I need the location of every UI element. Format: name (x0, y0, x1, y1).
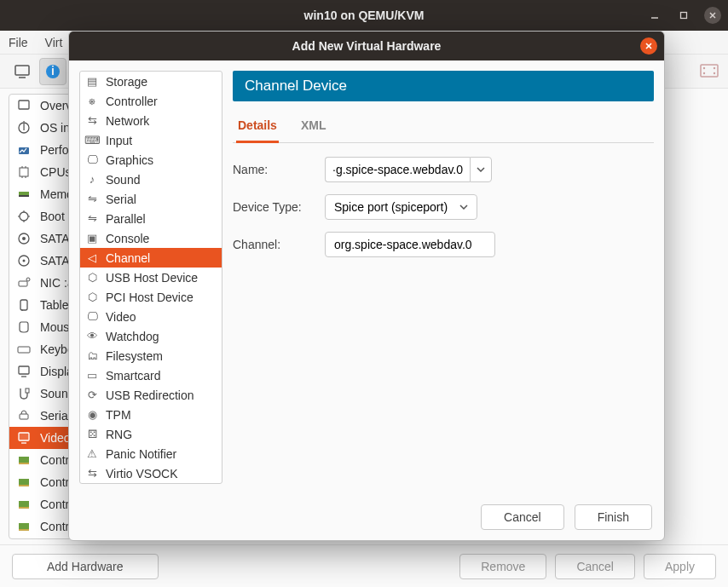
menu-virtual-machine[interactable]: Virt (45, 36, 63, 49)
hw-item-icon (16, 297, 32, 313)
cancel-main-button[interactable]: Cancel (555, 554, 635, 579)
hw-type-sound[interactable]: ♪Sound (80, 170, 222, 189)
hw-type-icon: ▣ (85, 232, 99, 245)
remove-button[interactable]: Remove (459, 554, 546, 579)
hw-item-icon (16, 275, 32, 291)
hw-item-icon (16, 430, 32, 446)
hw-type-virtio-vsock[interactable]: ⇆Virtio VSOCK (80, 463, 222, 483)
hw-type-panic-notifier[interactable]: ⚠Panic Notifier (80, 444, 222, 463)
hw-type-label: PCI Host Device (106, 291, 194, 304)
svg-rect-16 (19, 147, 29, 154)
hw-type-usb-host-device[interactable]: ⬡USB Host Device (80, 268, 222, 287)
hw-type-icon: 🖵 (85, 153, 99, 167)
hw-type-usb-redirection[interactable]: ⟳USB Redirection (80, 385, 222, 405)
maximize-button[interactable] (675, 7, 692, 24)
svg-point-28 (23, 260, 26, 262)
hw-type-watchdog[interactable]: 👁Watchdog (80, 326, 222, 346)
hw-type-rng[interactable]: ⚄RNG (80, 424, 222, 444)
hw-type-icon: ⚄ (85, 428, 99, 441)
hw-item-icon (16, 187, 32, 202)
channel-label: Channel: (233, 238, 318, 251)
hw-type-label: RNG (106, 428, 132, 441)
svg-rect-13 (19, 101, 29, 109)
dialog-cancel-button[interactable]: Cancel (481, 504, 564, 530)
hw-type-label: Video (106, 310, 136, 324)
chevron-down-icon (459, 204, 468, 210)
hw-type-label: Network (106, 114, 149, 128)
hw-type-icon: ⬡ (85, 291, 99, 304)
hw-type-input[interactable]: ⌨Input (80, 130, 222, 150)
svg-rect-35 (19, 366, 29, 374)
hw-type-tpm[interactable]: ◉TPM (80, 405, 222, 424)
add-hardware-button[interactable]: Add Hardware (12, 554, 159, 579)
svg-rect-1 (681, 13, 687, 19)
hw-type-network[interactable]: ⇆Network (80, 111, 222, 130)
hw-type-icon: 🖵 (85, 310, 99, 324)
hw-type-label: Watchdog (106, 330, 159, 343)
device-type-value: Spice port (spiceport) (334, 200, 448, 214)
hw-type-graphics[interactable]: 🖵Graphics (80, 150, 222, 170)
hw-type-icon: ⇋ (85, 212, 99, 226)
close-button[interactable] (704, 7, 721, 24)
hw-type-icon: ◉ (85, 408, 99, 422)
tab-xml[interactable]: XML (299, 113, 328, 143)
minimize-button[interactable] (646, 7, 663, 24)
dialog-finish-button[interactable]: Finish (575, 504, 652, 530)
panel-heading: Channel Device (233, 71, 654, 101)
device-type-select[interactable]: Spice port (spiceport) (325, 194, 477, 220)
svg-rect-4 (15, 66, 29, 75)
hw-type-label: Virtio VSOCK (106, 467, 178, 481)
hw-item-icon (16, 497, 32, 512)
hw-type-label: Controller (106, 95, 158, 108)
apply-button[interactable]: Apply (644, 554, 716, 579)
hw-item-icon (16, 364, 32, 379)
main-titlebar: win10 on QEMU/KVM (0, 0, 728, 31)
hw-type-label: Sound (106, 173, 140, 187)
hw-type-icon: ⎈ (85, 95, 99, 108)
tab-details[interactable]: Details (236, 113, 279, 143)
name-dropdown-button[interactable] (470, 157, 492, 182)
svg-text:i: i (51, 64, 55, 78)
hw-type-video[interactable]: 🖵Video (80, 307, 222, 326)
hw-type-label: Graphics (106, 153, 153, 167)
hw-item-icon (16, 386, 32, 401)
hw-type-storage[interactable]: ▤Storage (80, 72, 222, 91)
svg-rect-17 (20, 168, 28, 176)
menu-file[interactable]: File (9, 36, 28, 49)
hw-type-parallel[interactable]: ⇋Parallel (80, 209, 222, 228)
hw-type-filesystem[interactable]: 🗂Filesystem (80, 346, 222, 365)
hw-item-icon (16, 142, 32, 158)
svg-rect-39 (19, 433, 29, 440)
svg-rect-45 (19, 501, 29, 507)
hw-type-channel[interactable]: ◁Channel (80, 248, 222, 268)
hw-type-pci-host-device[interactable]: ⬡PCI Host Device (80, 287, 222, 307)
svg-point-10 (714, 66, 715, 68)
channel-value-field[interactable]: org.spice-space.webdav.0 (325, 232, 495, 257)
hw-type-smartcard[interactable]: ▭Smartcard (80, 365, 222, 385)
hw-item-icon (16, 164, 32, 180)
hw-type-label: Input (106, 134, 132, 147)
hw-item-icon (16, 231, 32, 246)
hw-type-icon: ▤ (85, 75, 99, 89)
hw-item-label: CPUs (40, 165, 72, 179)
dialog-title: Add New Virtual Hardware (292, 39, 442, 53)
svg-point-12 (714, 72, 715, 73)
hw-type-icon: 👁 (85, 330, 99, 343)
add-hardware-dialog: Add New Virtual Hardware ▤Storage⎈Contro… (68, 31, 665, 541)
hw-type-label: Console (106, 232, 149, 245)
svg-text:i: i (22, 120, 25, 133)
hw-type-icon: ⌨ (85, 134, 99, 147)
device-type-label: Device Type: (233, 200, 318, 214)
hw-type-serial[interactable]: ⇋Serial (80, 189, 222, 209)
hw-type-controller[interactable]: ⎈Controller (80, 91, 222, 111)
svg-rect-41 (19, 457, 29, 463)
hw-type-console[interactable]: ▣Console (80, 228, 222, 248)
details-view-button[interactable]: i (39, 58, 66, 85)
svg-rect-8 (701, 65, 718, 77)
svg-point-24 (20, 212, 28, 221)
console-view-button[interactable] (9, 58, 36, 85)
window-title: win10 on QEMU/KVM (304, 9, 425, 22)
dialog-close-button[interactable] (640, 37, 657, 55)
hw-type-label: Smartcard (106, 369, 161, 383)
name-input[interactable] (325, 157, 470, 182)
